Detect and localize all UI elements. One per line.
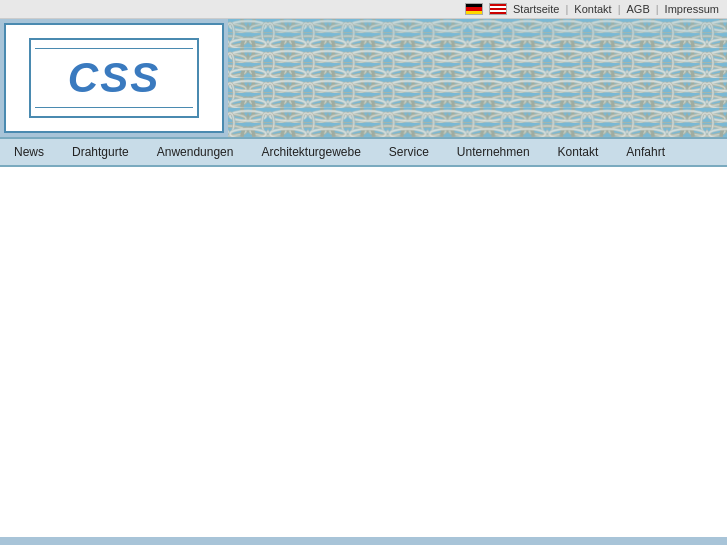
agb-link[interactable]: AGB — [627, 3, 650, 15]
css-logo: CSS — [29, 38, 199, 118]
separator-2: | — [618, 3, 621, 15]
header: CSS — [0, 19, 727, 139]
nav-item-anfahrt[interactable]: Anfahrt — [612, 139, 679, 165]
flag-en-icon[interactable] — [489, 3, 507, 15]
kontakt-top-link[interactable]: Kontakt — [574, 3, 611, 15]
flag-de-icon[interactable] — [465, 3, 483, 15]
nav-item-unternehmen[interactable]: Unternehmen — [443, 139, 544, 165]
nav-item-drahtgurte[interactable]: Drahtgurte — [58, 139, 143, 165]
logo-area: CSS — [4, 23, 224, 133]
impressum-link[interactable]: Impressum — [665, 3, 719, 15]
nav-item-architekturgewebe[interactable]: Architekturgewebe — [247, 139, 374, 165]
nav-item-news[interactable]: News — [0, 139, 58, 165]
mesh-image-area — [228, 19, 727, 137]
nav-item-service[interactable]: Service — [375, 139, 443, 165]
logo-text: CSS — [68, 54, 160, 102]
top-utility-bar: Startseite | Kontakt | AGB | Impressum — [0, 0, 727, 19]
separator-3: | — [656, 3, 659, 15]
main-content — [0, 167, 727, 537]
wire-mesh-svg — [228, 19, 727, 137]
svg-rect-17 — [228, 19, 727, 38]
nav-item-kontakt[interactable]: Kontakt — [544, 139, 613, 165]
nav-bar: News Drahtgurte Anwendungen Architekturg… — [0, 139, 727, 167]
separator-1: | — [565, 3, 568, 15]
startseite-link[interactable]: Startseite — [513, 3, 559, 15]
nav-item-anwendungen[interactable]: Anwendungen — [143, 139, 248, 165]
